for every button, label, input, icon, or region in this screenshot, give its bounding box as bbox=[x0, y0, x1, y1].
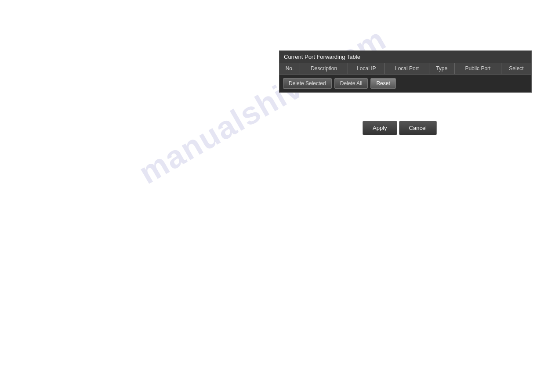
table-panel: Current Port Forwarding Table No. Descri… bbox=[279, 50, 532, 93]
col-type: Type bbox=[429, 63, 454, 74]
table-footer: Delete Selected Delete All Reset bbox=[279, 74, 531, 92]
delete-selected-button[interactable]: Delete Selected bbox=[283, 78, 332, 89]
col-public-port: Public Port bbox=[454, 63, 501, 74]
port-forwarding-table: No. Description Local IP Local Port Type… bbox=[279, 63, 531, 74]
apply-button[interactable]: Apply bbox=[363, 121, 397, 135]
reset-button[interactable]: Reset bbox=[370, 78, 395, 89]
cancel-button[interactable]: Cancel bbox=[399, 121, 437, 135]
col-local-ip: Local IP bbox=[348, 63, 385, 74]
col-local-port: Local Port bbox=[385, 63, 429, 74]
col-select: Select bbox=[501, 63, 531, 74]
table-title: Current Port Forwarding Table bbox=[279, 51, 531, 63]
col-description: Description bbox=[300, 63, 348, 74]
delete-all-button[interactable]: Delete All bbox=[334, 78, 368, 89]
action-buttons-container: Apply Cancel bbox=[363, 121, 437, 135]
col-no: No. bbox=[279, 63, 300, 74]
watermark: manualshive.com bbox=[133, 21, 392, 191]
table-header-row: No. Description Local IP Local Port Type… bbox=[279, 63, 531, 74]
port-forwarding-panel: Current Port Forwarding Table No. Descri… bbox=[279, 50, 532, 93]
